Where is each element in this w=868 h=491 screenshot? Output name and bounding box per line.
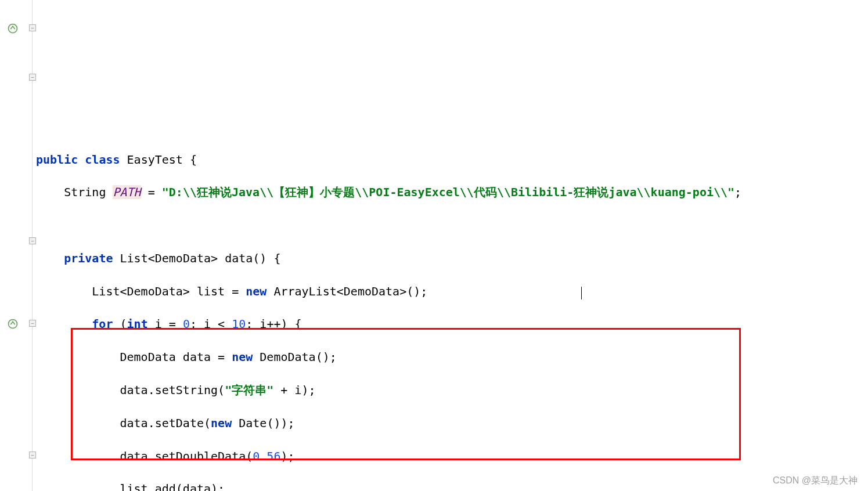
- editor-gutter: − − − − −: [0, 0, 33, 491]
- code-line: data.setDate(new Date());: [36, 415, 868, 431]
- code-line: DemoData data = new DemoData();: [36, 349, 868, 365]
- code-line: [36, 217, 868, 233]
- code-line: for (int i = 0; i < 10; i++) {: [36, 316, 868, 332]
- svg-point-1: [9, 320, 17, 328]
- svg-point-0: [9, 24, 17, 33]
- code-line: public class EasyTest {: [36, 151, 868, 168]
- watermark-text: CSDN @菜鸟是大神: [773, 474, 858, 488]
- code-line: [36, 118, 868, 135]
- code-line: data.setDoubleData(0.56);: [36, 448, 868, 464]
- override-icon: [7, 318, 19, 330]
- fold-marker[interactable]: −: [29, 237, 36, 244]
- fold-marker[interactable]: −: [29, 24, 36, 31]
- fold-marker[interactable]: −: [29, 452, 36, 458]
- code-line: private List<DemoData> data() {: [36, 250, 868, 266]
- code-line: List<DemoData> list = new ArrayList<Demo…: [36, 283, 868, 299]
- code-editor[interactable]: public class EasyTest { String PATH = "D…: [36, 102, 868, 491]
- text-cursor: [581, 287, 582, 299]
- fold-marker[interactable]: −: [29, 320, 36, 327]
- override-icon: [7, 23, 19, 34]
- fold-marker[interactable]: −: [29, 74, 36, 81]
- code-line: list.add(data);: [36, 481, 868, 491]
- code-line: String PATH = "D:\\狂神说Java\\【狂神】小专题\\POI…: [36, 184, 868, 200]
- code-line: data.setString("字符串" + i);: [36, 382, 868, 398]
